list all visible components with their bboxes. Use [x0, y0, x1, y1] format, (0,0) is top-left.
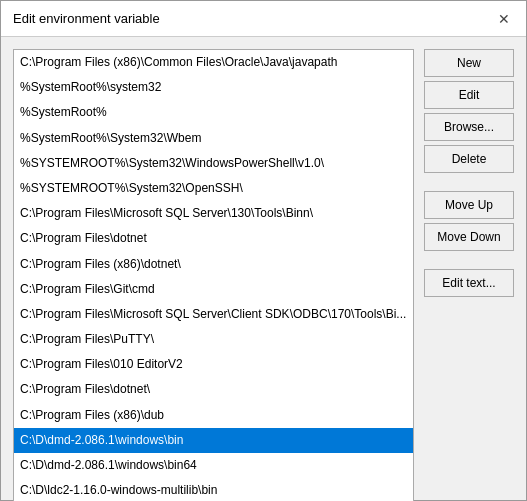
- list-item[interactable]: C:\Program Files\PuTTY\: [14, 327, 413, 352]
- list-item[interactable]: C:\Program Files\010 EditorV2: [14, 352, 413, 377]
- list-item[interactable]: C:\Program Files\dotnet\: [14, 377, 413, 402]
- path-list[interactable]: C:\Program Files (x86)\Common Files\Orac…: [13, 49, 414, 501]
- title-bar: Edit environment variable ✕: [1, 1, 526, 37]
- list-item[interactable]: C:\D\dmd-2.086.1\windows\bin: [14, 428, 413, 453]
- list-item[interactable]: C:\D\dmd-2.086.1\windows\bin64: [14, 453, 413, 478]
- action-buttons: New Edit Browse... Delete Move Up Move D…: [424, 49, 514, 501]
- edit-text-button[interactable]: Edit text...: [424, 269, 514, 297]
- list-item[interactable]: C:\Program Files (x86)\dub: [14, 403, 413, 428]
- dialog-title: Edit environment variable: [13, 11, 160, 26]
- list-item[interactable]: C:\Program Files\Microsoft SQL Server\13…: [14, 201, 413, 226]
- list-item[interactable]: C:\Program Files\Git\cmd: [14, 277, 413, 302]
- browse-button[interactable]: Browse...: [424, 113, 514, 141]
- list-item[interactable]: %SystemRoot%\system32: [14, 75, 413, 100]
- close-button[interactable]: ✕: [494, 9, 514, 29]
- list-item[interactable]: %SystemRoot%: [14, 100, 413, 125]
- dialog-content: C:\Program Files (x86)\Common Files\Orac…: [1, 37, 526, 501]
- delete-button[interactable]: Delete: [424, 145, 514, 173]
- edit-button[interactable]: Edit: [424, 81, 514, 109]
- list-item[interactable]: C:\Program Files\Microsoft SQL Server\Cl…: [14, 302, 413, 327]
- list-item[interactable]: %SYSTEMROOT%\System32\WindowsPowerShell\…: [14, 151, 413, 176]
- list-item[interactable]: C:\D\ldc2-1.16.0-windows-multilib\bin: [14, 478, 413, 501]
- list-item[interactable]: C:\Program Files\dotnet: [14, 226, 413, 251]
- list-item[interactable]: %SYSTEMROOT%\System32\OpenSSH\: [14, 176, 413, 201]
- list-item[interactable]: C:\Program Files (x86)\dotnet\: [14, 252, 413, 277]
- list-item[interactable]: C:\Program Files (x86)\Common Files\Orac…: [14, 50, 413, 75]
- move-down-button[interactable]: Move Down: [424, 223, 514, 251]
- move-up-button[interactable]: Move Up: [424, 191, 514, 219]
- list-item[interactable]: %SystemRoot%\System32\Wbem: [14, 126, 413, 151]
- new-button[interactable]: New: [424, 49, 514, 77]
- edit-env-variable-dialog: Edit environment variable ✕ C:\Program F…: [0, 0, 527, 501]
